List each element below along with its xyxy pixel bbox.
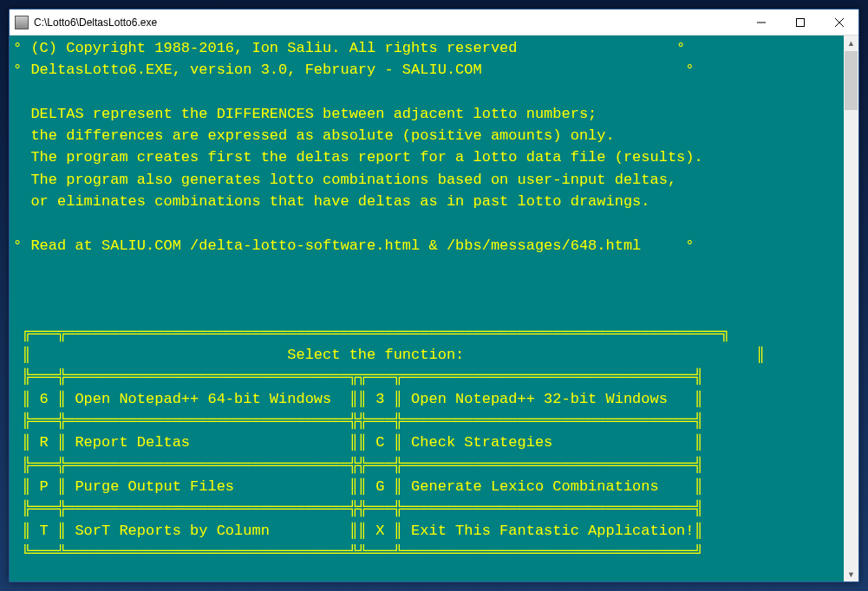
menu-box-border: ╚═══╩════════════════════════════════╩╩═… [13, 544, 703, 561]
console-area: ° (C) Copyright 1988-2016, Ion Saliu. Al… [10, 36, 858, 581]
maximize-button[interactable] [780, 10, 819, 35]
menu-box-border: ╠═══╬════════════════════════════════╦╦═… [13, 368, 703, 385]
menu-row[interactable]: ║ R ║ Report Deltas ║║ C ║ Check Strateg… [13, 434, 703, 451]
menu-title-row: ║ Select the function: ║ [13, 347, 765, 363]
desc-line: DELTAS represent the DIFFERENCES between… [13, 106, 597, 122]
menu-box-border: ╠═══╬════════════════════════════════╬╬═… [13, 457, 703, 473]
menu-box-border: ╔═══╦═══════════════════════════════════… [13, 325, 729, 341]
read-more-line: ° Read at SALIU.COM /delta-lotto-softwar… [13, 237, 695, 254]
scroll-down-arrow[interactable]: ▼ [844, 567, 858, 581]
minimize-button[interactable] [741, 10, 780, 35]
scroll-up-arrow[interactable]: ▲ [844, 36, 858, 50]
svg-rect-1 [796, 18, 804, 26]
desc-line: The program creates first the deltas rep… [13, 149, 703, 166]
copyright-line: ° (C) Copyright 1988-2016, Ion Saliu. Al… [13, 40, 685, 56]
app-icon [15, 16, 29, 29]
version-line: ° DeltasLotto6.EXE, version 3.0, Februar… [13, 62, 695, 78]
close-button[interactable] [819, 10, 858, 35]
titlebar[interactable]: C:\Lotto6\DeltasLotto6.exe [10, 10, 858, 36]
console-output[interactable]: ° (C) Copyright 1988-2016, Ion Saliu. Al… [10, 36, 844, 581]
app-window: C:\Lotto6\DeltasLotto6.exe ° (C) Copyrig… [9, 9, 859, 582]
menu-box-border: ╠═══╬════════════════════════════════╬╬═… [13, 500, 703, 516]
window-title: C:\Lotto6\DeltasLotto6.exe [34, 16, 741, 29]
scroll-thumb[interactable] [844, 50, 858, 111]
desc-line: the differences are expressed as absolut… [13, 127, 615, 144]
menu-box-border: ╠═══╬════════════════════════════════╬╬═… [13, 412, 703, 429]
scroll-track[interactable] [844, 50, 858, 567]
menu-row[interactable]: ║ 6 ║ Open Notepad++ 64-bit Windows ║║ 3… [13, 391, 703, 407]
menu-row[interactable]: ║ T ║ SorT Reports by Column ║║ X ║ Exit… [13, 523, 703, 539]
vertical-scrollbar[interactable]: ▲ ▼ [844, 36, 858, 581]
desc-line: or eliminates combinations that have del… [13, 193, 650, 210]
menu-row[interactable]: ║ P ║ Purge Output Files ║║ G ║ Generate… [13, 478, 703, 495]
desc-line: The program also generates lotto combina… [13, 172, 676, 188]
window-controls [741, 10, 858, 35]
